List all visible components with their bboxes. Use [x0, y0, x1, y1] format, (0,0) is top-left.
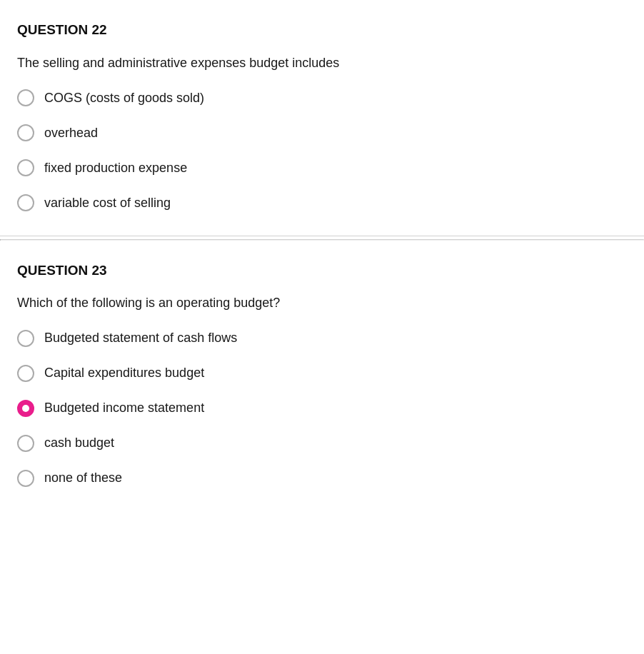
section-divider-1 — [0, 236, 644, 236]
q22-radio-b[interactable] — [17, 124, 34, 141]
q23-option-b[interactable]: Capital expenditures budget — [17, 363, 627, 383]
q23-label-b: Capital expenditures budget — [44, 363, 204, 383]
q22-label-d: variable cost of selling — [44, 193, 171, 213]
q23-label-a: Budgeted statement of cash flows — [44, 328, 237, 348]
q23-label-e: none of these — [44, 468, 122, 488]
question-22-title: QUESTION 22 — [17, 20, 627, 41]
q22-radio-c[interactable] — [17, 159, 34, 176]
q23-radio-c[interactable] — [17, 400, 34, 417]
question-23-title: QUESTION 23 — [17, 261, 627, 281]
q22-label-a: COGS (costs of goods sold) — [44, 89, 204, 108]
q22-radio-d[interactable] — [17, 194, 34, 211]
q23-option-a[interactable]: Budgeted statement of cash flows — [17, 328, 627, 348]
question-22-block: QUESTION 22 The selling and administrati… — [0, 0, 644, 236]
q23-option-c[interactable]: Budgeted income statement — [17, 398, 627, 418]
q23-radio-b[interactable] — [17, 365, 34, 382]
q22-option-a[interactable]: COGS (costs of goods sold) — [17, 89, 627, 108]
q22-label-c: fixed production expense — [44, 159, 187, 178]
question-23-options: Budgeted statement of cash flows Capital… — [17, 328, 627, 488]
q23-radio-a[interactable] — [17, 330, 34, 347]
question-22-text: The selling and administrative expenses … — [17, 54, 627, 73]
q22-option-c[interactable]: fixed production expense — [17, 159, 627, 178]
q23-radio-d[interactable] — [17, 435, 34, 452]
q23-option-e[interactable]: none of these — [17, 468, 627, 488]
q22-option-b[interactable]: overhead — [17, 124, 627, 143]
q23-radio-e[interactable] — [17, 470, 34, 487]
q23-label-d: cash budget — [44, 433, 114, 453]
q22-label-b: overhead — [44, 124, 98, 143]
question-23-text: Which of the following is an operating b… — [17, 293, 627, 313]
q22-option-d[interactable]: variable cost of selling — [17, 193, 627, 213]
q23-option-d[interactable]: cash budget — [17, 433, 627, 453]
q22-radio-a[interactable] — [17, 89, 34, 106]
question-23-block: QUESTION 23 Which of the following is an… — [0, 241, 644, 511]
question-22-options: COGS (costs of goods sold) overhead fixe… — [17, 89, 627, 213]
q23-label-c: Budgeted income statement — [44, 398, 204, 418]
